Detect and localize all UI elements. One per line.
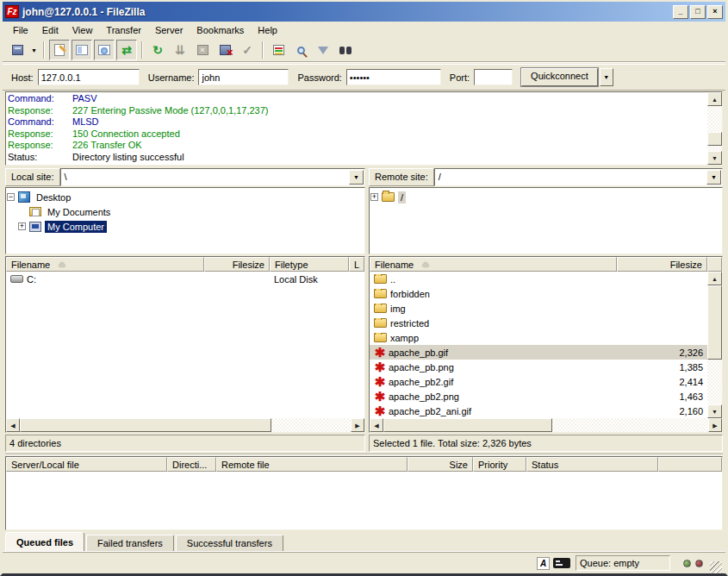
tab-successful-transfers[interactable]: Successful transfers	[176, 535, 283, 552]
local-file-row[interactable]: C: Local Disk	[6, 272, 364, 286]
remote-horizontal-scrollbar[interactable]: ◀ ▶	[370, 418, 722, 432]
remote-file-row[interactable]: ..	[370, 272, 707, 286]
menu-server[interactable]: Server	[148, 23, 190, 37]
minimize-button[interactable]: _	[673, 5, 688, 19]
filter-button[interactable]	[313, 40, 333, 60]
chevron-down-icon[interactable]: ▼	[706, 170, 721, 185]
tree-item-label[interactable]: My Documents	[45, 206, 113, 218]
scrollbar-thumb[interactable]	[20, 418, 271, 432]
column-header-priority[interactable]: Priority	[473, 457, 526, 472]
column-header-filesize[interactable]: Filesize	[617, 257, 707, 272]
toggle-log-button[interactable]	[49, 40, 70, 60]
host-input[interactable]	[38, 69, 140, 85]
column-header-direction[interactable]: Directi...	[167, 457, 216, 472]
speed-limit-icon[interactable]	[553, 558, 570, 568]
scrollbar-track[interactable]	[383, 418, 708, 432]
menu-view[interactable]: View	[65, 23, 100, 37]
menu-file[interactable]: File	[6, 23, 35, 37]
remote-file-row[interactable]: forbidden	[370, 286, 707, 301]
quickconnect-dropdown[interactable]: ▼	[600, 68, 613, 86]
scroll-right-icon[interactable]: ▶	[708, 418, 722, 432]
collapse-icon[interactable]: −	[7, 193, 15, 201]
menu-bar: File Edit View Transfer Server Bookmarks…	[3, 22, 725, 38]
column-header-status[interactable]: Status	[526, 457, 658, 472]
column-header-server-local-file[interactable]: Server/Local file	[6, 457, 167, 472]
password-input[interactable]	[346, 69, 441, 85]
menu-bookmarks[interactable]: Bookmarks	[190, 23, 251, 37]
tree-item-label[interactable]: Desktop	[34, 191, 73, 203]
scroll-right-icon[interactable]: ▶	[351, 418, 364, 432]
resize-grip[interactable]	[710, 561, 722, 573]
directory-comparison-button[interactable]	[268, 40, 289, 60]
tree-item-label-selected[interactable]: My Computer	[45, 221, 107, 233]
scroll-up-icon[interactable]: ▲	[707, 272, 722, 285]
tree-item-desktop[interactable]: − Desktop	[7, 190, 364, 204]
scrollbar-thumb[interactable]	[707, 132, 722, 146]
scrollbar-track[interactable]	[707, 285, 722, 404]
tree-item-root[interactable]: + /	[370, 190, 721, 204]
quickconnect-button[interactable]: Quickconnect	[521, 68, 598, 86]
remote-file-row[interactable]: ✱apache_pb2.gif 2,414	[370, 374, 707, 389]
cancel-button[interactable]: ×	[192, 40, 213, 60]
scroll-up-icon[interactable]: ▲	[707, 92, 722, 106]
local-site-combo[interactable]: \ ▼	[60, 168, 365, 186]
search-button[interactable]	[335, 40, 356, 60]
site-manager-dropdown[interactable]: ▼	[28, 40, 40, 60]
username-input[interactable]	[198, 69, 289, 85]
scrollbar-track[interactable]	[707, 106, 722, 151]
scrollbar-thumb[interactable]	[707, 285, 722, 360]
remote-file-row-selected[interactable]: ✱apache_pb.gif 2,326	[370, 345, 707, 360]
column-header-last-modified[interactable]: L	[349, 257, 364, 272]
title-bar[interactable]: Fz john@127.0.0.1 - FileZilla _ □ ×	[3, 2, 725, 22]
column-header-remote-file[interactable]: Remote file	[216, 457, 408, 472]
column-header-filename[interactable]: Filename	[370, 257, 617, 272]
tree-item-my-computer[interactable]: + My Computer	[7, 219, 364, 234]
reconnect-button[interactable]: ✓	[237, 40, 258, 60]
toolbar: ▼ ⇄ ↻ ⇊ × ✓	[3, 38, 725, 63]
chevron-down-icon[interactable]: ▼	[349, 170, 364, 185]
remote-site-label: Remote site:	[369, 168, 434, 186]
port-input[interactable]	[474, 69, 513, 85]
scroll-down-icon[interactable]: ▼	[707, 151, 722, 165]
tree-item-label-selected[interactable]: /	[398, 191, 406, 203]
remote-file-row[interactable]: ✱apache_pb2_ani.gif 2,160	[370, 404, 707, 418]
tab-failed-transfers[interactable]: Failed transfers	[86, 535, 174, 552]
menu-edit[interactable]: Edit	[35, 23, 65, 37]
site-manager-button[interactable]	[7, 40, 28, 60]
window-title: john@127.0.0.1 - FileZilla	[22, 6, 671, 18]
scrollbar-track[interactable]	[20, 418, 351, 432]
column-header-filename[interactable]: Filename	[6, 257, 204, 272]
scroll-left-icon[interactable]: ◀	[370, 418, 383, 432]
column-header-filetype[interactable]: Filetype	[270, 257, 349, 272]
synchronized-browsing-button[interactable]	[290, 40, 311, 60]
toggle-queue-button[interactable]: ⇄	[116, 40, 137, 60]
process-queue-button[interactable]: ⇊	[170, 40, 190, 60]
scroll-left-icon[interactable]: ◀	[6, 418, 20, 432]
expand-icon[interactable]: +	[370, 193, 378, 201]
column-header-size[interactable]: Size	[408, 457, 473, 472]
remote-site-combo[interactable]: / ▼	[434, 168, 723, 186]
toggle-remote-tree-button[interactable]	[94, 40, 115, 60]
maximize-button[interactable]: □	[690, 5, 706, 19]
tab-queued-files[interactable]: Queued files	[5, 532, 84, 552]
disconnect-button[interactable]	[215, 40, 235, 60]
refresh-button[interactable]: ↻	[147, 40, 168, 60]
remote-vertical-scrollbar[interactable]: ▲ ▼	[707, 272, 722, 418]
local-site-label: Local site:	[5, 168, 60, 186]
remote-file-row[interactable]: ✱apache_pb.png 1,385	[370, 360, 707, 374]
remote-file-row[interactable]: img	[370, 301, 707, 316]
local-horizontal-scrollbar[interactable]: ◀ ▶	[6, 418, 364, 432]
column-header-filesize[interactable]: Filesize	[204, 257, 270, 272]
toggle-local-tree-button[interactable]	[72, 40, 92, 60]
menu-help[interactable]: Help	[251, 23, 284, 37]
menu-transfer[interactable]: Transfer	[99, 23, 148, 37]
expand-icon[interactable]: +	[18, 222, 26, 230]
tree-item-my-documents[interactable]: My Documents	[7, 204, 364, 219]
close-button[interactable]: ×	[707, 5, 723, 19]
scroll-down-icon[interactable]: ▼	[707, 404, 722, 418]
scrollbar-thumb[interactable]	[383, 418, 552, 432]
remote-file-row[interactable]: ✱apache_pb2.png 1,463	[370, 389, 707, 404]
log-vertical-scrollbar[interactable]: ▲ ▼	[707, 92, 722, 165]
remote-file-row[interactable]: restricted	[370, 316, 707, 330]
remote-file-row[interactable]: xampp	[370, 330, 707, 345]
